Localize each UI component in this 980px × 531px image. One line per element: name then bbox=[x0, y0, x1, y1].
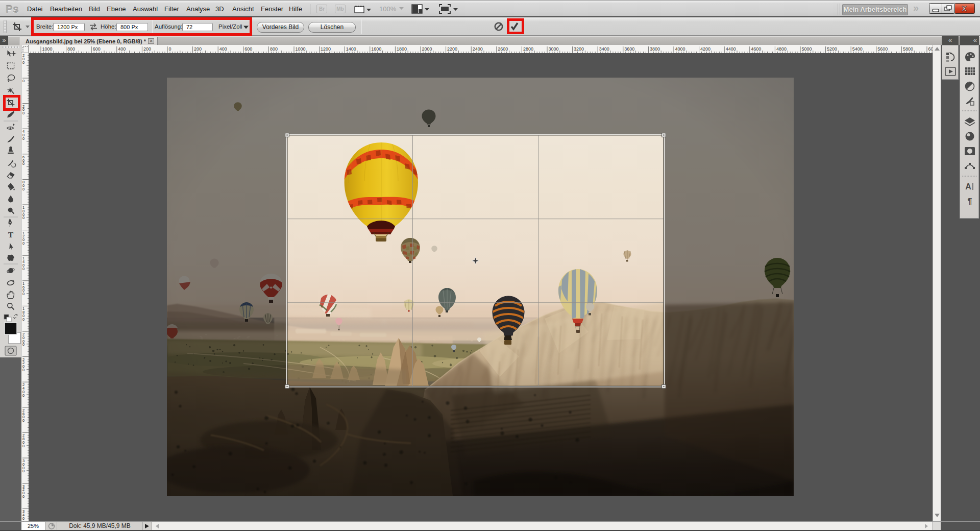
svg-text:3400: 3400 bbox=[599, 46, 609, 52]
svg-text:800: 800 bbox=[67, 46, 75, 52]
svg-text:400: 400 bbox=[22, 129, 24, 141]
svg-text:¶: ¶ bbox=[968, 197, 972, 206]
svg-text:2600: 2600 bbox=[22, 408, 24, 423]
svg-text:3800: 3800 bbox=[650, 46, 660, 52]
svg-text:1800: 1800 bbox=[22, 306, 24, 321]
svg-text:400: 400 bbox=[219, 46, 227, 52]
svg-text:0: 0 bbox=[169, 46, 172, 52]
svg-text:5000: 5000 bbox=[802, 46, 812, 52]
svg-text:1000: 1000 bbox=[42, 46, 53, 52]
svg-text:600: 600 bbox=[244, 46, 252, 52]
svg-text:3200: 3200 bbox=[574, 46, 584, 52]
svg-text:5400: 5400 bbox=[852, 46, 863, 52]
svg-text:2200: 2200 bbox=[22, 357, 24, 372]
svg-text:4600: 4600 bbox=[751, 46, 761, 52]
svg-text:2200: 2200 bbox=[447, 46, 457, 52]
svg-text:1000: 1000 bbox=[22, 205, 24, 220]
svg-text:600: 600 bbox=[22, 155, 24, 166]
svg-text:200: 200 bbox=[194, 46, 202, 52]
svg-text:200: 200 bbox=[22, 53, 24, 65]
svg-text:6000: 6000 bbox=[928, 46, 933, 52]
svg-text:400: 400 bbox=[118, 46, 126, 52]
svg-text:200: 200 bbox=[143, 46, 151, 52]
svg-text:2800: 2800 bbox=[22, 433, 24, 448]
svg-text:2000: 2000 bbox=[422, 46, 432, 52]
svg-text:600: 600 bbox=[93, 46, 101, 52]
svg-text:1400: 1400 bbox=[22, 256, 24, 271]
svg-text:800: 800 bbox=[22, 180, 24, 191]
svg-text:5600: 5600 bbox=[877, 46, 888, 52]
svg-text:0: 0 bbox=[22, 79, 24, 83]
svg-text:4000: 4000 bbox=[675, 46, 685, 52]
svg-text:X: X bbox=[962, 5, 967, 13]
svg-text:5800: 5800 bbox=[903, 46, 913, 52]
svg-text:5200: 5200 bbox=[827, 46, 837, 52]
svg-text:4400: 4400 bbox=[726, 46, 736, 52]
svg-text:1400: 1400 bbox=[346, 46, 356, 52]
svg-text:800: 800 bbox=[270, 46, 278, 52]
svg-text:1200: 1200 bbox=[321, 46, 331, 52]
svg-text:3400: 3400 bbox=[22, 509, 24, 521]
svg-text:3000: 3000 bbox=[22, 458, 24, 473]
svg-text:4200: 4200 bbox=[700, 46, 710, 52]
svg-text:2400: 2400 bbox=[473, 46, 483, 52]
svg-text:2000: 2000 bbox=[22, 332, 24, 347]
svg-text:200: 200 bbox=[22, 104, 24, 116]
svg-text:1600: 1600 bbox=[371, 46, 381, 52]
svg-text:3000: 3000 bbox=[549, 46, 559, 52]
svg-text:1000: 1000 bbox=[296, 46, 306, 52]
svg-text:1200: 1200 bbox=[22, 231, 24, 246]
svg-text:T: T bbox=[8, 230, 14, 239]
svg-text:1600: 1600 bbox=[22, 281, 24, 296]
svg-text:A: A bbox=[965, 182, 971, 191]
svg-text:2800: 2800 bbox=[523, 46, 533, 52]
svg-text:2600: 2600 bbox=[498, 46, 508, 52]
svg-text:2400: 2400 bbox=[22, 382, 24, 397]
svg-text:1800: 1800 bbox=[397, 46, 407, 52]
svg-text:4800: 4800 bbox=[776, 46, 787, 52]
svg-text:3600: 3600 bbox=[624, 46, 634, 52]
svg-text:3200: 3200 bbox=[22, 484, 24, 499]
